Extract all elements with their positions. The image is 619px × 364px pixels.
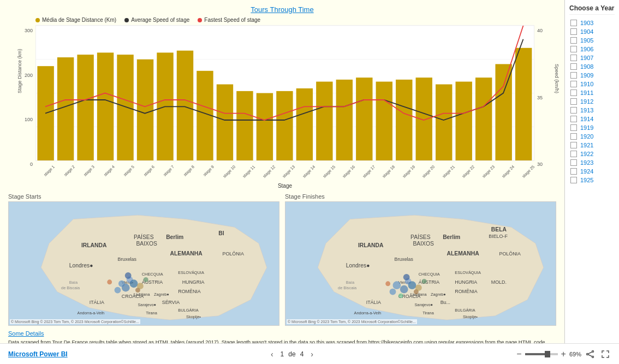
year-item-1913[interactable]: 1913 xyxy=(569,106,615,114)
zoom-slider[interactable] xyxy=(525,353,558,355)
year-checkbox-1919[interactable] xyxy=(570,124,577,131)
year-checkbox-1924[interactable] xyxy=(570,168,577,175)
year-item-1925[interactable]: 1925 xyxy=(569,176,615,184)
year-checkbox-1906[interactable] xyxy=(570,46,577,52)
year-label-1903: 1903 xyxy=(580,20,593,26)
year-checkbox-1908[interactable] xyxy=(570,63,577,70)
year-checkbox-1914[interactable] xyxy=(570,116,577,122)
y-left-tick-100: 100 xyxy=(25,117,33,122)
year-checkbox-1909[interactable] xyxy=(570,72,577,79)
fullscreen-icon[interactable] xyxy=(600,349,611,360)
svg-rect-15 xyxy=(236,91,253,160)
year-item-1922[interactable]: 1922 xyxy=(569,150,615,158)
year-checkbox-1925[interactable] xyxy=(570,177,577,183)
svg-rect-8 xyxy=(97,52,114,160)
y-right-tick-30: 30 xyxy=(537,162,543,167)
svg-point-65 xyxy=(107,280,112,285)
year-checkbox-1911[interactable] xyxy=(570,89,577,96)
year-label-1906: 1906 xyxy=(580,46,593,52)
year-item-1904[interactable]: 1904 xyxy=(569,28,615,35)
svg-text:BULGÁRIA: BULGÁRIA xyxy=(178,308,198,313)
svg-rect-28 xyxy=(495,64,511,160)
prev-page-button[interactable]: ‹ xyxy=(268,349,276,360)
svg-text:Berlim: Berlim xyxy=(166,235,183,241)
svg-point-101 xyxy=(408,282,416,290)
svg-text:ROMÊNIA: ROMÊNIA xyxy=(455,289,477,295)
year-checkbox-1913[interactable] xyxy=(570,107,577,114)
svg-text:Tirana: Tirana xyxy=(146,311,158,315)
svg-point-104 xyxy=(422,279,427,284)
year-checkbox-1922[interactable] xyxy=(570,151,577,157)
year-item-1907[interactable]: 1907 xyxy=(569,54,615,62)
year-checkbox-1905[interactable] xyxy=(570,37,577,44)
x-label-stage-17: stage 17 xyxy=(361,164,376,179)
year-checkbox-1920[interactable] xyxy=(570,133,577,140)
svg-text:CROÁCIA: CROÁCIA xyxy=(122,294,144,300)
year-item-1910[interactable]: 1910 xyxy=(569,80,615,88)
year-item-1921[interactable]: 1921 xyxy=(569,141,615,149)
map-starts-svg: IRLANDA PAÍSES BAIXOS Berlim BI Londres●… xyxy=(9,202,279,325)
svg-text:ITÁLIA: ITÁLIA xyxy=(366,300,381,305)
year-item-1911[interactable]: 1911 xyxy=(569,89,615,97)
svg-point-107 xyxy=(415,284,422,291)
x-label-stage-21: stage 21 xyxy=(441,164,456,179)
zoom-in-button[interactable]: + xyxy=(561,349,566,359)
year-item-1923[interactable]: 1923 xyxy=(569,159,615,166)
year-checkbox-1904[interactable] xyxy=(570,28,577,35)
year-item-1920[interactable]: 1920 xyxy=(569,133,615,140)
stage-finishes-map: IRLANDA PAÍSES BAIXOS Berlim BELA BIELO-… xyxy=(285,201,556,326)
svg-text:Skoplje•: Skoplje• xyxy=(463,314,478,319)
svg-text:de Biscaia: de Biscaia xyxy=(338,285,357,290)
year-label-1919: 1919 xyxy=(580,124,593,131)
x-label-stage-12: stage 12 xyxy=(261,164,276,179)
svg-text:BELA: BELA xyxy=(491,226,507,232)
year-item-1906[interactable]: 1906 xyxy=(569,45,615,53)
year-label-1914: 1914 xyxy=(580,116,593,122)
svg-text:BIELO-F: BIELO-F xyxy=(489,234,508,239)
year-checkbox-1907[interactable] xyxy=(570,55,577,61)
year-checkbox-1903[interactable] xyxy=(570,20,577,26)
zoom-slider-thumb[interactable] xyxy=(545,351,550,357)
svg-point-105 xyxy=(385,282,390,287)
details-section: Some Details Data scraped from Tour De F… xyxy=(8,330,556,343)
zoom-out-button[interactable]: − xyxy=(516,349,521,359)
svg-text:BI: BI xyxy=(218,230,224,236)
svg-text:ROMÊNIA: ROMÊNIA xyxy=(178,289,200,295)
x-label-stage-2: stage 2 xyxy=(63,164,76,177)
svg-rect-17 xyxy=(276,91,293,160)
left-panel: Tours Through Time Média de Stage Distan… xyxy=(0,0,564,343)
year-item-1908[interactable]: 1908 xyxy=(569,63,615,70)
svg-text:PAÍSES: PAÍSES xyxy=(410,234,431,241)
legend-label-avg-speed: Average Speed of stage xyxy=(131,17,189,23)
y-axis-left-label: Stage Distance (km) xyxy=(17,49,22,94)
x-label-stage-4: stage 4 xyxy=(103,164,116,177)
year-checkbox-1910[interactable] xyxy=(570,81,577,87)
year-checkbox-1912[interactable] xyxy=(570,98,577,105)
svg-rect-19 xyxy=(316,82,332,161)
year-checkbox-1921[interactable] xyxy=(570,142,577,148)
svg-point-98 xyxy=(393,282,401,290)
y-axis-right-label: Speed (km/h) xyxy=(554,64,560,93)
year-item-1919[interactable]: 1919 xyxy=(569,124,615,132)
year-item-1909[interactable]: 1909 xyxy=(569,71,615,79)
y-left-tick-300: 300 xyxy=(25,28,33,33)
svg-rect-18 xyxy=(296,88,313,160)
year-item-1924[interactable]: 1924 xyxy=(569,168,615,175)
svg-rect-26 xyxy=(456,82,472,161)
year-item-1905[interactable]: 1905 xyxy=(569,37,615,44)
powerbi-logo[interactable]: Microsoft Power BI xyxy=(8,350,68,358)
x-label-stage-13: stage 13 xyxy=(282,164,296,179)
year-item-1903[interactable]: 1903 xyxy=(569,19,615,27)
year-item-1914[interactable]: 1914 xyxy=(569,115,615,123)
share-icon[interactable] xyxy=(585,349,596,360)
svg-text:ITÁLIA: ITÁLIA xyxy=(90,300,104,305)
svg-text:Zagreb●: Zagreb● xyxy=(431,292,446,297)
next-page-button[interactable]: › xyxy=(308,349,316,360)
stage-finishes-wrapper: Stage Finishes IRLANDA PAÍSES BAIXOS Ber… xyxy=(285,193,556,326)
svg-rect-29 xyxy=(515,48,532,160)
year-item-1912[interactable]: 1912 xyxy=(569,98,615,105)
year-checkbox-1923[interactable] xyxy=(570,159,577,166)
y-left-tick-0: 0 xyxy=(30,162,33,167)
x-label-stage-24: stage 24 xyxy=(501,164,516,179)
svg-point-106 xyxy=(403,274,410,281)
